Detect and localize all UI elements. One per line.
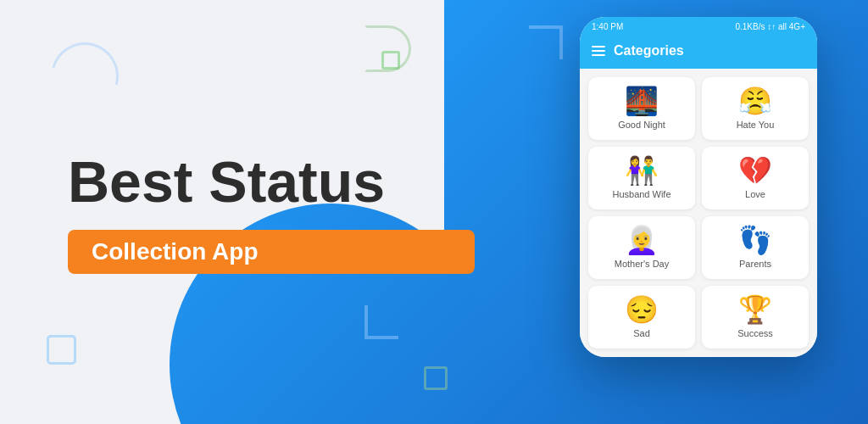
category-card-parents[interactable]: 👣 Parents [702, 216, 809, 279]
husband-wife-icon: 👫 [625, 157, 659, 184]
husband-wife-label: Husband Wife [612, 189, 670, 199]
phone-mockup: 1:40 PM 0.1KB/s ↕↑ all 4G+ Categories 🌉 … [580, 17, 817, 357]
parents-label: Parents [739, 259, 771, 269]
parents-icon: 👣 [738, 226, 772, 254]
mothers-day-icon: 👩‍🦳 [625, 226, 659, 254]
good-night-label: Good Night [618, 120, 665, 130]
main-title: Best Status [68, 150, 475, 214]
status-network: 0.1KB/s ↕↑ all 4G+ [735, 22, 805, 31]
category-card-hate-you[interactable]: 😤 Hate You [702, 77, 809, 140]
good-night-icon: 🌉 [625, 87, 659, 114]
header-title: Categories [614, 43, 684, 59]
phone-header: Categories [580, 36, 817, 69]
corner-decoration-1 [529, 25, 563, 59]
hate-you-label: Hate You [737, 120, 775, 130]
mothers-day-label: Mother's Day [615, 259, 669, 269]
hamburger-icon[interactable] [592, 46, 605, 56]
sad-icon: 😔 [625, 296, 659, 323]
hate-you-icon: 😤 [738, 87, 772, 114]
success-icon: 🏆 [738, 296, 772, 323]
sad-label: Sad [633, 328, 650, 338]
category-card-sad[interactable]: 😔 Sad [588, 286, 695, 349]
success-label: Success [737, 328, 773, 338]
subtitle-badge: Collection App [68, 230, 475, 274]
phone-body: 🌉 Good Night 😤 Hate You 👫 Husband Wife 💔… [580, 69, 817, 357]
status-time: 1:40 PM [592, 22, 623, 31]
category-card-success[interactable]: 🏆 Success [702, 286, 809, 349]
category-card-love[interactable]: 💔 Love [702, 147, 809, 209]
category-card-good-night[interactable]: 🌉 Good Night [588, 77, 695, 140]
love-icon: 💔 [738, 157, 772, 184]
category-card-husband-wife[interactable]: 👫 Husband Wife [588, 147, 695, 209]
love-label: Love [745, 189, 765, 199]
left-content-area: Best Status Collection App [0, 0, 475, 424]
category-card-mothers-day[interactable]: 👩‍🦳 Mother's Day [588, 216, 695, 279]
phone-status-bar: 1:40 PM 0.1KB/s ↕↑ all 4G+ [580, 17, 817, 36]
phone-frame: 1:40 PM 0.1KB/s ↕↑ all 4G+ Categories 🌉 … [580, 17, 817, 357]
categories-grid: 🌉 Good Night 😤 Hate You 👫 Husband Wife 💔… [588, 77, 809, 349]
